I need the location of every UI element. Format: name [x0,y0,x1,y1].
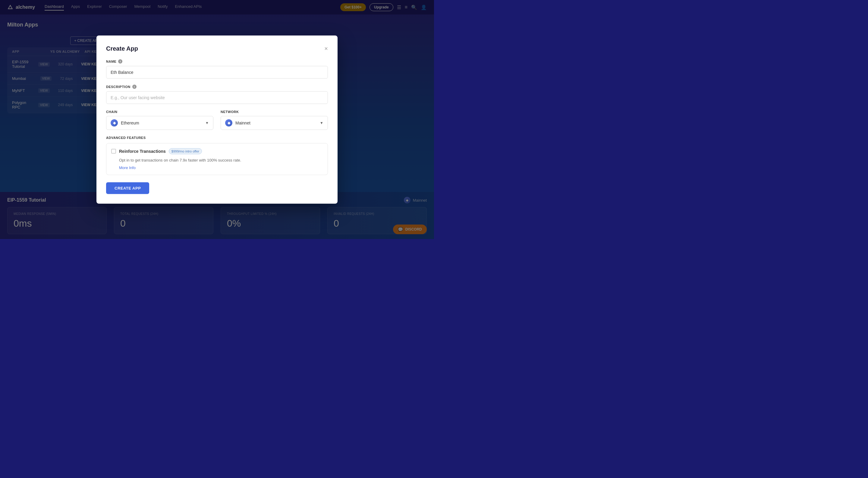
description-info-icon: i [132,85,136,89]
name-field-group: NAME i [106,59,328,78]
feature-price-badge: $999/mo intro offer [169,148,202,154]
chain-select-wrapper: ◆ Ethereum ▼ [106,116,213,130]
chain-network-row: CHAIN ◆ Ethereum ▼ NETWORK ◆ Mainnet ▼ [106,110,328,130]
modal-footer: CREATE APP [106,182,328,194]
advanced-card-header: Reinforce Transactions $999/mo intro off… [111,148,323,154]
feature-name: Reinforce Transactions [119,149,166,153]
network-group: NETWORK ◆ Mainnet ▼ [221,110,328,130]
description-label: DESCRIPTION i [106,85,328,89]
network-chevron-icon: ▼ [320,121,323,125]
chain-value: Ethereum [121,120,139,125]
network-eth-icon: ◆ [225,119,232,126]
modal-header: Create App × [106,45,328,52]
chain-eth-icon: ◆ [111,119,118,126]
chain-select[interactable]: ◆ Ethereum ▼ [106,116,213,130]
reinforce-checkbox[interactable] [111,149,116,153]
chain-group: CHAIN ◆ Ethereum ▼ [106,110,213,130]
description-field-group: DESCRIPTION i [106,85,328,104]
network-select-wrapper: ◆ Mainnet ▼ [221,116,328,130]
modal-title: Create App [106,45,138,52]
advanced-features-card: Reinforce Transactions $999/mo intro off… [106,143,328,175]
modal-close-button[interactable]: × [324,45,328,52]
network-select[interactable]: ◆ Mainnet ▼ [221,116,328,130]
create-app-button[interactable]: CREATE APP [106,182,149,194]
chain-label: CHAIN [106,110,213,113]
name-input[interactable] [106,66,328,78]
description-input[interactable] [106,91,328,104]
network-label: NETWORK [221,110,328,113]
name-info-icon: i [118,59,122,63]
create-app-modal: Create App × NAME i DESCRIPTION i CHAIN … [96,35,338,204]
name-label: NAME i [106,59,328,63]
feature-description: Opt in to get transactions on chain 7.9x… [111,157,323,163]
advanced-features-section: ADVANCED FEATURES Reinforce Transactions… [106,136,328,175]
network-value: Mainnet [236,120,250,125]
more-info-link[interactable]: More Info [111,165,323,170]
advanced-features-label: ADVANCED FEATURES [106,136,328,139]
chain-chevron-icon: ▼ [205,121,209,125]
